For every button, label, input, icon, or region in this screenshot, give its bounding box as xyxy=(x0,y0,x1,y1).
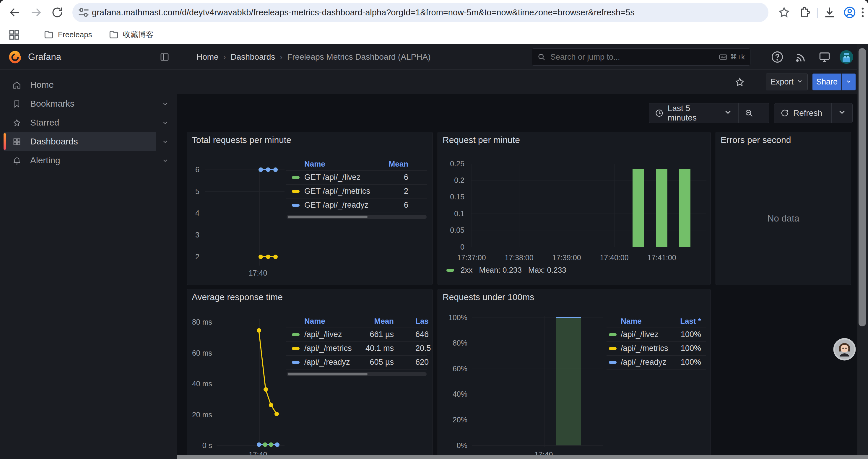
site-info-icon[interactable] xyxy=(77,6,90,19)
y-axis-tick: 6 xyxy=(187,165,199,174)
sidebar-item-dashboards[interactable]: Dashboards xyxy=(0,132,177,151)
url-text[interactable]: grafana.mathmast.com/d/deytv4rwavabkb/fr… xyxy=(92,3,736,22)
time-range-group: Last 5 minutes xyxy=(649,103,769,123)
zoom-out-button[interactable] xyxy=(739,103,759,123)
y-axis-tick: 0.05 xyxy=(438,226,464,234)
gridline-h xyxy=(205,235,284,235)
extensions-icon[interactable] xyxy=(798,6,811,19)
panel-requests-under-100ms[interactable]: 100%80%60%40%20%0%17:40NameLast */api/_/… xyxy=(438,289,711,459)
news-rss-icon[interactable] xyxy=(795,51,807,64)
share-button[interactable]: Share xyxy=(812,73,841,90)
gridline-h xyxy=(471,164,706,164)
vertical-scrollbar-thumb[interactable] xyxy=(859,48,866,326)
panel-title[interactable]: Total requests per minute xyxy=(192,135,291,145)
data-point xyxy=(258,167,263,172)
sidebar-item-label: Bookmarks xyxy=(30,94,74,113)
legend-cell-mean: 661 µs xyxy=(286,328,394,341)
assistant-avatar[interactable] xyxy=(833,338,856,361)
apps-grid-icon[interactable] xyxy=(8,28,21,41)
bookmark-star-icon[interactable] xyxy=(778,6,790,19)
sidebar-item-bookmarks[interactable]: Bookmarks xyxy=(0,94,177,113)
legend-scrollbar-thumb[interactable] xyxy=(288,216,368,218)
breadcrumb-separator-icon: › xyxy=(280,53,282,62)
sidebar-header-divider xyxy=(0,69,177,70)
breadcrumb-home[interactable]: Home xyxy=(196,52,219,62)
y-axis-tick: 0.1 xyxy=(438,209,464,218)
y-axis-tick: 80% xyxy=(438,338,467,347)
gridline-h xyxy=(217,353,284,353)
legend-scrollbar-track[interactable] xyxy=(286,215,427,219)
x-axis-tick: 17:40 xyxy=(231,268,284,277)
sidebar-item-alerting[interactable]: Alerting xyxy=(0,151,177,170)
sidebar-item-starred[interactable]: Starred xyxy=(0,113,177,132)
time-range-picker[interactable]: Last 5 minutes xyxy=(649,103,738,123)
y-axis-tick: 20% xyxy=(438,415,467,424)
grafana-brand[interactable]: Grafana xyxy=(28,44,61,70)
export-button[interactable]: Export xyxy=(766,73,808,90)
help-icon[interactable] xyxy=(771,51,784,64)
star-icon xyxy=(12,119,21,127)
panel-average-response-time[interactable]: 80 ms60 ms40 ms20 ms0 s17:40NameMeanLas/… xyxy=(187,289,433,459)
sidebar-item-label: Dashboards xyxy=(30,132,78,151)
bar-under-100ms xyxy=(556,318,581,446)
y-axis-tick: 5 xyxy=(187,187,199,196)
panel-request-per-minute[interactable]: 0.250.20.150.10.05017:37:0017:38:0017:39… xyxy=(438,132,711,285)
browser-menu-icon[interactable] xyxy=(856,6,868,19)
monitor-icon[interactable] xyxy=(818,51,831,64)
bookmarks-bar: Freeleaps 收藏博客 xyxy=(0,25,868,44)
address-bar[interactable]: grafana.mathmast.com/d/deytv4rwavabkb/fr… xyxy=(72,3,769,22)
data-point xyxy=(275,412,279,416)
data-point xyxy=(273,167,278,172)
horizontal-scrollbar[interactable] xyxy=(177,455,868,459)
bookmark-folder-blogs[interactable]: 收藏博客 xyxy=(109,28,154,41)
chevron-down-icon xyxy=(162,101,168,107)
panel-title[interactable]: Requests under 100ms xyxy=(442,292,534,302)
bar-top-line xyxy=(556,317,581,318)
breadcrumb-dashboards[interactable]: Dashboards xyxy=(230,52,275,62)
data-point xyxy=(275,442,279,447)
gridline-h xyxy=(472,394,603,394)
panel-title[interactable]: Errors per second xyxy=(720,135,791,145)
refresh-button[interactable]: Refresh xyxy=(774,103,831,123)
legend-scrollbar-track[interactable] xyxy=(286,372,427,376)
keyboard-icon xyxy=(719,53,728,61)
legend-scrollbar-thumb[interactable] xyxy=(288,373,368,375)
data-point xyxy=(269,403,273,407)
downloads-icon[interactable] xyxy=(823,6,836,19)
panel-errors-per-second[interactable]: Errors per second No data xyxy=(716,132,851,285)
search-shortcut: ⌘+k xyxy=(719,53,745,61)
back-icon[interactable] xyxy=(8,6,21,19)
legend-column-header[interactable]: Last * xyxy=(607,315,701,328)
bookmark-folder-freeleaps[interactable]: Freeleaps xyxy=(44,28,92,41)
search-box[interactable]: ⌘+k xyxy=(532,48,750,66)
legend-cell-mean: 40.1 ms xyxy=(286,341,394,355)
sidebar-item-home[interactable]: Home xyxy=(0,75,177,94)
gridline-h xyxy=(471,230,706,230)
chart-legend[interactable]: 2xxMean: 0.233Max: 0.233 xyxy=(446,266,566,275)
y-axis-tick: 0.15 xyxy=(438,192,464,201)
legend-column-header[interactable]: Las xyxy=(415,315,433,328)
forward-icon[interactable] xyxy=(30,6,42,19)
grafana-logo[interactable] xyxy=(8,50,23,64)
bar-2xx xyxy=(656,169,668,247)
profile-icon[interactable] xyxy=(843,6,856,19)
legend-cell-last: 20.5 r xyxy=(415,341,433,355)
favorite-star-icon[interactable] xyxy=(735,77,745,88)
legend-column-header[interactable]: Mean xyxy=(286,315,394,328)
y-axis-tick: 0.2 xyxy=(438,176,464,185)
panel-total-requests-per-minute[interactable]: 6543217:40NameMeanGET /api/_/livez6GET /… xyxy=(187,132,433,285)
chart-area: 0.250.20.150.10.05017:37:0017:38:0017:39… xyxy=(438,132,710,285)
data-point xyxy=(258,255,263,259)
panel-title[interactable]: Request per minute xyxy=(442,135,520,145)
legend-column-header[interactable]: Mean xyxy=(286,157,408,170)
sidebar-collapse-icon[interactable] xyxy=(159,52,169,62)
gridline-v xyxy=(544,316,545,447)
gridline-h xyxy=(472,318,603,318)
refresh-interval-dropdown[interactable] xyxy=(832,103,852,123)
user-avatar[interactable] xyxy=(840,50,853,64)
share-dropdown-button[interactable] xyxy=(842,73,856,90)
grafana-header: Home › Dashboards › Freeleaps Metrics Da… xyxy=(177,44,868,70)
panel-title[interactable]: Average response time xyxy=(192,292,283,302)
search-input[interactable] xyxy=(550,52,715,62)
reload-icon[interactable] xyxy=(51,6,64,19)
